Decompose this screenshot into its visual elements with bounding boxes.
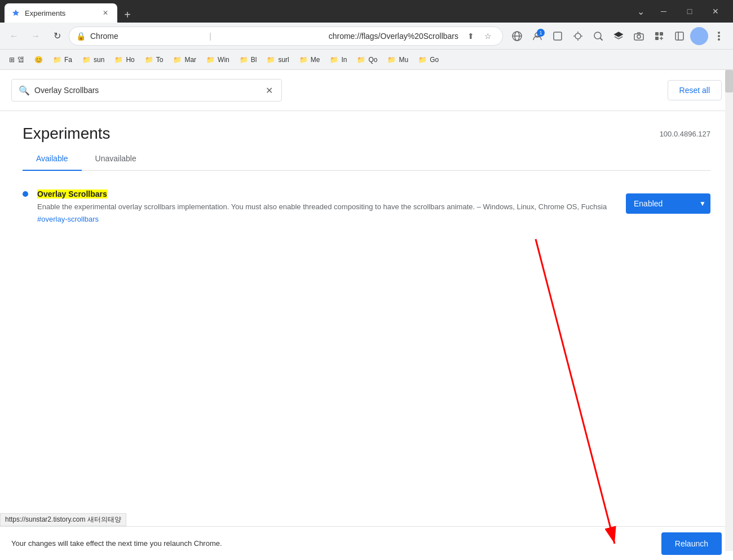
flag-control: Default Enabled Disabled ▼ [626, 193, 710, 214]
bookmark-in[interactable]: 📁 In [325, 52, 351, 67]
folder-icon: 📁 [267, 56, 275, 64]
search-input[interactable] [34, 86, 259, 95]
page-title: Experiments [23, 125, 111, 143]
folder-icon: 📁 [330, 56, 338, 64]
folder-icon: 📁 [299, 56, 308, 64]
bookmark-label: surl [278, 56, 289, 64]
bookmark-label: Qo [368, 56, 377, 64]
forward-button[interactable]: → [26, 27, 45, 46]
back-button[interactable]: ← [5, 27, 24, 46]
relaunch-notice: Your changes will take effect the next t… [11, 539, 222, 548]
bookmark-qo[interactable]: 📁 Qo [352, 52, 382, 67]
flag-anchor-link[interactable]: #overlay-scrollbars [37, 215, 617, 223]
bookmark-button[interactable]: ☆ [480, 28, 496, 44]
search-clear-button[interactable]: ✕ [263, 85, 275, 96]
layers-icon[interactable] [609, 27, 628, 46]
folder-icon: 📁 [53, 56, 61, 64]
search-icon: 🔍 [19, 85, 30, 96]
bookmark-me[interactable]: 📁 Me [295, 52, 325, 67]
minimize-button[interactable]: ─ [651, 0, 677, 23]
globe-icon[interactable] [507, 27, 527, 46]
address-bar[interactable]: 🔒 Chrome | chrome://flags/Overlay%20Scro… [69, 27, 503, 46]
bookmark-label: Mar [184, 56, 196, 64]
flag-content: Overlay Scrollbars Enable the experiment… [37, 189, 617, 223]
flag-select-wrapper: Default Enabled Disabled ▼ [626, 193, 710, 214]
scrollbar-track[interactable] [725, 70, 733, 551]
account-icon[interactable]: 1 [528, 27, 547, 46]
tab-available[interactable]: Available [23, 147, 82, 171]
toolbar: ← → ↻ 🔒 Chrome | chrome://flags/Overlay%… [0, 23, 733, 50]
extensions-icon[interactable] [650, 27, 669, 46]
page-content: 🔍 ✕ Reset all Experiments 100.0.4896.127… [0, 70, 733, 560]
bookmark-fa[interactable]: 📁 Fa [48, 52, 77, 67]
active-tab[interactable]: Experiments ✕ [5, 3, 117, 23]
bookmark-label: Go [430, 56, 439, 64]
bookmark-mar[interactable]: 📁 Mar [169, 52, 201, 67]
screenshot-icon[interactable] [568, 27, 588, 46]
new-tab-button[interactable]: + [120, 7, 135, 23]
profile-button[interactable] [690, 27, 708, 45]
flag-name: Overlay Scrollbars [37, 189, 107, 199]
reload-button[interactable]: ↻ [47, 27, 67, 46]
version-text: 100.0.4896.127 [660, 130, 710, 138]
tabs-container: Available Unavailable [23, 147, 710, 171]
titlebar-overflow-button[interactable]: ⌄ [633, 3, 648, 19]
search-box[interactable]: 🔍 ✕ [11, 79, 282, 102]
svg-rect-12 [660, 32, 663, 36]
sidebar-toggle-icon[interactable] [670, 27, 689, 46]
tab-unavailable-label: Unavailable [95, 154, 136, 163]
bookmark-go[interactable]: 📁 Go [414, 52, 443, 67]
lens-icon[interactable] [589, 27, 608, 46]
bookmark-label: Me [311, 56, 320, 64]
tab-favicon [11, 8, 20, 17]
folder-icon: 📁 [387, 56, 396, 64]
tab-close-button[interactable]: ✕ [100, 8, 111, 18]
bookmark-label: sun [94, 56, 104, 64]
bookmark-to[interactable]: 📁 To [140, 52, 168, 67]
svg-point-18 [718, 35, 720, 37]
camera-icon[interactable] [629, 27, 648, 46]
apps-icon: ⊞ [9, 56, 15, 64]
folder-icon: 📁 [418, 56, 427, 64]
maximize-button[interactable]: □ [677, 0, 703, 23]
folder-icon: 📁 [240, 56, 248, 64]
bookmark-surl[interactable]: 📁 surl [262, 52, 293, 67]
bookmark-ho[interactable]: 📁 Ho [110, 52, 139, 67]
reset-all-button[interactable]: Reset all [668, 80, 722, 100]
search-area: 🔍 ✕ Reset all [0, 70, 733, 111]
bookmarks-apps[interactable]: ⊞ 앱 [5, 52, 29, 67]
experiments-header: Experiments 100.0.4896.127 [0, 111, 733, 147]
more-menu-button[interactable] [709, 27, 728, 46]
toolbar-icons: 1 [507, 27, 728, 46]
window-controls: ─ □ ✕ [651, 0, 728, 23]
tab-unavailable[interactable]: Unavailable [82, 147, 150, 171]
badge: 1 [537, 29, 545, 37]
emoji-icon: 😊 [34, 56, 43, 64]
svg-point-19 [718, 38, 720, 41]
folder-icon: 📁 [145, 56, 153, 64]
bookmark-mu[interactable]: 📁 Mu [383, 52, 413, 67]
svg-marker-0 [12, 10, 19, 16]
relaunch-button[interactable]: Relaunch [661, 532, 722, 555]
folder-icon: 📁 [357, 56, 365, 64]
bookmark-sun[interactable]: 📁 sun [78, 52, 109, 67]
folder-icon: 📁 [114, 56, 123, 64]
apps-label: 앱 [17, 55, 24, 64]
flags-list: Overlay Scrollbars Enable the experiment… [0, 171, 733, 241]
bookmark-emoji[interactable]: 😊 [30, 52, 47, 67]
history-icon[interactable] [548, 27, 567, 46]
bookmark-bl[interactable]: 📁 Bl [235, 52, 262, 67]
window-close-button[interactable]: ✕ [703, 0, 728, 23]
svg-point-7 [594, 32, 601, 39]
flag-select[interactable]: Default Enabled Disabled [626, 193, 710, 214]
svg-rect-11 [655, 32, 659, 36]
flag-description: Enable the experimental overlay scrollba… [37, 201, 617, 213]
bookmark-label: To [156, 56, 164, 64]
bookmark-win[interactable]: 📁 Win [202, 52, 234, 67]
tab-available-label: Available [36, 154, 68, 163]
scrollbar-thumb[interactable] [725, 70, 733, 92]
svg-point-17 [718, 32, 720, 34]
share-button[interactable]: ⬆ [463, 28, 479, 44]
address-actions: ⬆ ☆ [463, 28, 496, 44]
folder-icon: 📁 [173, 56, 182, 64]
